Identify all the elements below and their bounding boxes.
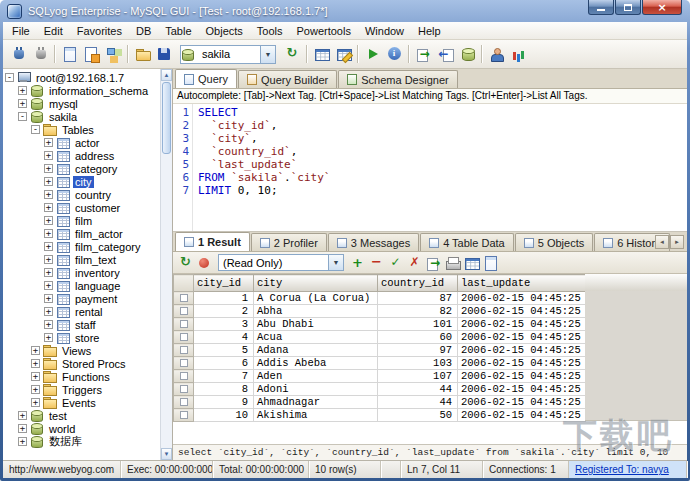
result-grid[interactable]: city_idcitycountry_idlast_update 1A Coru… (173, 274, 586, 422)
result-mode-dropdown-icon[interactable]: ▼ (328, 255, 343, 270)
table-row[interactable]: 5Adana972006-02-15 04:45:25 (174, 344, 586, 357)
tree-item-13[interactable]: +film_category (3, 240, 160, 253)
database-combo-dropdown-icon[interactable]: ▼ (260, 46, 275, 63)
new-query-builder-button[interactable] (80, 43, 102, 65)
tree-expander-icon[interactable]: + (44, 138, 53, 147)
row-selector-cell[interactable] (174, 305, 194, 318)
tree-expander-icon[interactable]: + (31, 346, 40, 355)
row-selector-cell[interactable] (174, 318, 194, 331)
tree-expander-icon[interactable]: + (44, 281, 53, 290)
tree-expander-icon[interactable]: + (18, 424, 27, 433)
menu-powertools[interactable]: Powertools (290, 24, 358, 38)
export-resultset-button[interactable] (424, 254, 443, 272)
grid-view-button[interactable] (462, 254, 481, 272)
table-row[interactable]: 2Abha822006-02-15 04:45:25 (174, 305, 586, 318)
tree-expander-icon[interactable]: + (44, 268, 53, 277)
tab-query-builder[interactable]: Query Builder (238, 70, 337, 88)
tree-item-7[interactable]: +category (3, 162, 160, 175)
row-selector-cell[interactable] (174, 292, 194, 305)
tree-expander-icon[interactable]: + (44, 333, 53, 342)
save-changes-button[interactable] (386, 254, 405, 272)
tree-expander-icon[interactable]: + (18, 99, 27, 108)
backup-database-button[interactable] (456, 43, 478, 65)
connect-button[interactable] (7, 43, 29, 65)
tree-expander-icon[interactable]: + (44, 177, 53, 186)
tree-expander-icon[interactable]: + (31, 385, 40, 394)
tree-item-20[interactable]: +store (3, 331, 160, 344)
sql-editor[interactable]: 1234567 SELECT `city_id`, `city`, `count… (173, 104, 687, 232)
tree-expander-icon[interactable]: + (44, 151, 53, 160)
tree-expander-icon[interactable]: + (44, 294, 53, 303)
user-manager-button[interactable] (485, 43, 507, 65)
tab-3-messages[interactable]: 3 Messages (328, 233, 419, 251)
tree-item-26[interactable]: +test (3, 409, 160, 422)
editor-code[interactable]: SELECT `city_id`, `city`, `country_id`, … (193, 104, 687, 231)
save-query-button[interactable] (153, 43, 175, 65)
table-row[interactable]: 6Addis Abeba1032006-02-15 04:45:25 (174, 357, 586, 370)
tree-expander-icon[interactable]: + (44, 190, 53, 199)
tree-item-15[interactable]: +inventory (3, 266, 160, 279)
open-query-button[interactable] (131, 43, 153, 65)
stop-query-button[interactable] (195, 254, 214, 272)
tree-item-3[interactable]: -sakila (3, 110, 160, 123)
tab-scroll-right-icon[interactable]: ► (670, 235, 684, 249)
tree-item-4[interactable]: -Tables (3, 123, 160, 136)
tab-2-profiler[interactable]: 2 Profiler (251, 233, 327, 251)
tab-1-result[interactable]: 1 Result (175, 232, 250, 251)
tree-expander-icon[interactable]: - (18, 112, 27, 121)
menu-window[interactable]: Window (358, 24, 411, 38)
tree-item-28[interactable]: +数据库 (3, 435, 160, 448)
disconnect-button[interactable] (29, 43, 51, 65)
menu-edit[interactable]: Edit (37, 24, 70, 38)
row-selector-cell[interactable] (174, 409, 194, 422)
tree-item-22[interactable]: +Stored Procs (3, 357, 160, 370)
table-row[interactable]: 10Akishima502006-02-15 04:45:25 (174, 409, 586, 422)
menu-help[interactable]: Help (411, 24, 448, 38)
scroll-up-icon[interactable]: ▲ (161, 69, 172, 81)
table-row[interactable]: 3Abu Dhabi1012006-02-15 04:45:25 (174, 318, 586, 331)
tab-query[interactable]: Query (175, 69, 237, 88)
tree-expander-icon[interactable]: + (44, 203, 53, 212)
row-selector-cell[interactable] (174, 344, 194, 357)
menu-table[interactable]: Table (158, 24, 198, 38)
scrollbar-track[interactable] (161, 155, 172, 448)
scroll-down-icon[interactable]: ▼ (161, 448, 172, 460)
row-selector-cell[interactable] (174, 396, 194, 409)
row-selector-cell[interactable] (174, 331, 194, 344)
tree-item-9[interactable]: +country (3, 188, 160, 201)
table-row[interactable]: 4Acua602006-02-15 04:45:25 (174, 331, 586, 344)
tree-expander-icon[interactable]: + (44, 242, 53, 251)
tree-expander-icon[interactable]: + (31, 372, 40, 381)
close-button[interactable]: × (642, 0, 682, 15)
refresh-result-button[interactable] (176, 254, 195, 272)
tree-item-11[interactable]: +film (3, 214, 160, 227)
form-view-button[interactable] (481, 254, 500, 272)
tree-expander-icon[interactable]: + (31, 359, 40, 368)
table-row[interactable]: 9Ahmadnagar442006-02-15 04:45:25 (174, 396, 586, 409)
tree-item-5[interactable]: +actor (3, 136, 160, 149)
tree-expander-icon[interactable]: + (44, 164, 53, 173)
explain-query-button[interactable] (383, 43, 405, 65)
tree-item-0[interactable]: -root@192.168.1.7 (3, 71, 160, 84)
maximize-button[interactable] (615, 0, 641, 15)
discard-changes-button[interactable] (405, 254, 424, 272)
column-header-country_id[interactable]: country_id (378, 275, 458, 292)
menu-tools[interactable]: Tools (250, 24, 290, 38)
tree-item-8[interactable]: +city (3, 175, 160, 188)
result-mode-combo[interactable]: (Read Only) ▼ (218, 254, 344, 271)
tree-item-2[interactable]: +mysql (3, 97, 160, 110)
new-query-editor-button[interactable] (58, 43, 80, 65)
column-header-last_update[interactable]: last_update (458, 275, 586, 292)
menu-db[interactable]: DB (129, 24, 158, 38)
tree-item-12[interactable]: +film_actor (3, 227, 160, 240)
registered-to-link[interactable]: Registered To: navya (569, 461, 687, 478)
tree-item-25[interactable]: +Events (3, 396, 160, 409)
row-selector-cell[interactable] (174, 370, 194, 383)
menu-objects[interactable]: Objects (199, 24, 250, 38)
row-selector-cell[interactable] (174, 383, 194, 396)
tab-4-table-data[interactable]: 4 Table Data (420, 233, 514, 251)
new-schema-designer-button[interactable] (102, 43, 124, 65)
export-data-button[interactable] (412, 43, 434, 65)
query-profiler-button[interactable] (507, 43, 529, 65)
tree-item-21[interactable]: +Views (3, 344, 160, 357)
